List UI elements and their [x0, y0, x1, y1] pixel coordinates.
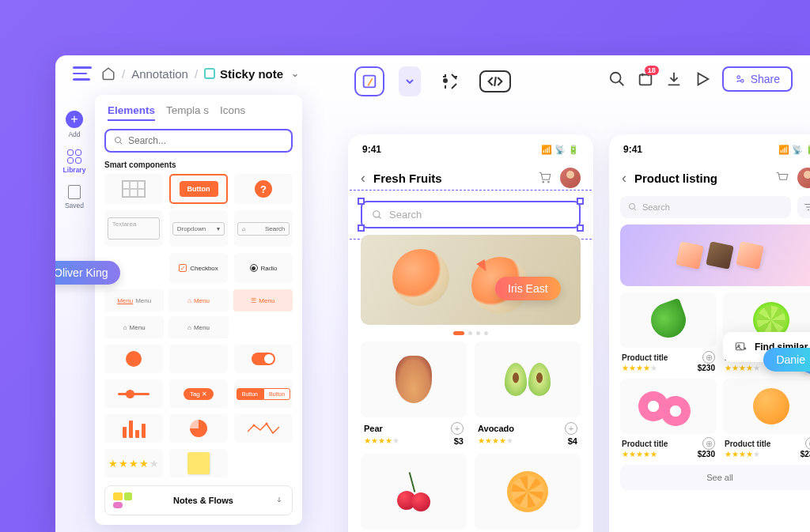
notes-flows-icons: [113, 492, 132, 508]
mockup2-search-input[interactable]: Search: [620, 196, 791, 218]
carousel-dots[interactable]: [348, 331, 593, 335]
tab-icons[interactable]: Icons: [220, 104, 245, 121]
avatar[interactable]: [560, 168, 581, 188]
add-icon[interactable]: ⊕: [805, 437, 810, 450]
frame-tool-button[interactable]: [354, 66, 384, 96]
product-image: [620, 379, 717, 434]
rail-add[interactable]: + Add: [66, 111, 83, 138]
add-to-cart-icon[interactable]: +: [451, 422, 464, 435]
svg-rect-3: [639, 75, 651, 85]
code-tool-button[interactable]: [479, 70, 511, 92]
notes-flows-section[interactable]: Notes & Flows: [104, 485, 293, 515]
comp-menu-3[interactable]: ☰ Menu: [233, 289, 293, 311]
comp-menu-2[interactable]: ⌂ Menu: [168, 289, 228, 311]
tab-templates[interactable]: Templa s: [166, 104, 209, 121]
comp-textarea[interactable]: Textarea: [104, 210, 163, 247]
left-rail: + Add Library Saved: [55, 103, 93, 209]
svg-point-9: [373, 210, 380, 217]
comp-radio[interactable]: Radio: [234, 253, 293, 283]
share-button[interactable]: Share: [722, 66, 793, 92]
comp-rating[interactable]: ★★★★★: [104, 449, 163, 477]
search-icon: [372, 209, 383, 221]
comp-checkbox[interactable]: ✓Checkbox: [169, 253, 228, 283]
product-image: [361, 454, 467, 530]
comp-sticky-note[interactable]: [169, 449, 228, 477]
breadcrumb-item[interactable]: Annotation: [131, 67, 188, 81]
breadcrumb-current[interactable]: Sticky note ⌄: [204, 67, 299, 81]
cart-icon[interactable]: [775, 171, 789, 185]
see-all-button[interactable]: See all: [620, 465, 810, 490]
comp-pie-chart[interactable]: [169, 414, 228, 443]
comp-avatar[interactable]: [104, 345, 163, 373]
image-search-icon: [734, 340, 748, 354]
share-label: Share: [751, 73, 780, 85]
avatar[interactable]: [797, 168, 810, 188]
status-bar: 9:41 📶 📡 🔋: [348, 134, 593, 164]
product-card-cherry[interactable]: [361, 454, 467, 532]
m2-product-card[interactable]: Product title⊕ ★★★★★$230: [620, 292, 717, 372]
back-icon[interactable]: ‹: [361, 170, 365, 187]
download-icon[interactable]: [665, 70, 683, 88]
shape-row-2: Tag ✕ ButtonButton: [104, 379, 293, 408]
autolayout-tool-button[interactable]: [435, 66, 465, 96]
comp-dropdown[interactable]: Dropdown▾: [169, 210, 228, 247]
comp-table[interactable]: [104, 174, 163, 204]
frame-dropdown-button[interactable]: [399, 66, 421, 96]
add-to-cart-icon[interactable]: +: [565, 422, 577, 435]
comp-help[interactable]: ?: [234, 174, 293, 204]
selection-handle[interactable]: [577, 198, 584, 205]
comp-menu-5[interactable]: ⌂ Menu: [168, 316, 228, 338]
plus-icon: +: [66, 111, 83, 128]
comp-button[interactable]: Button: [169, 174, 228, 204]
panel-search[interactable]: [104, 129, 293, 153]
selection-handle[interactable]: [358, 198, 365, 205]
comp-empty[interactable]: [169, 345, 228, 373]
product-price: $230: [698, 450, 715, 458]
hero-banner[interactable]: [620, 224, 810, 286]
product-card-avocado[interactable]: Avocado+ ★★★★★$4: [475, 341, 581, 446]
rail-saved[interactable]: Saved: [65, 185, 84, 209]
comp-tag[interactable]: Tag ✕: [169, 379, 228, 408]
filter-button[interactable]: [797, 196, 810, 218]
comp-toggle[interactable]: [234, 345, 293, 373]
tab-elements[interactable]: Elements: [108, 104, 155, 121]
comp-menu-1[interactable]: Menu Menu: [104, 289, 164, 311]
menu-icon[interactable]: [73, 66, 92, 81]
back-icon[interactable]: ‹: [622, 170, 626, 187]
selection-handle[interactable]: [577, 224, 584, 232]
home-icon[interactable]: [101, 66, 115, 81]
product-card-pear[interactable]: Pear+ ★★★★★$3: [361, 341, 467, 446]
selection-handle[interactable]: [358, 224, 365, 232]
comp-empty-2[interactable]: [234, 449, 293, 477]
comp-slider[interactable]: [104, 379, 163, 408]
notifications-button[interactable]: 18: [637, 70, 654, 88]
comp-bar-chart[interactable]: [104, 414, 163, 443]
comp-button-group[interactable]: ButtonButton: [234, 379, 293, 408]
search-icon[interactable]: [608, 70, 626, 88]
component-grid: Button ? Textarea Dropdown▾ ⌕Search ✓Che…: [104, 174, 293, 283]
mockup-header: ‹ Product listing: [609, 164, 810, 196]
svg-point-8: [266, 423, 268, 425]
comp-menu-4[interactable]: ⌂ Menu: [104, 316, 164, 338]
mockup-fresh-fruits[interactable]: 9:41 📶 📡 🔋 ‹ Fresh Fruits Search: [348, 134, 593, 532]
m2-product-card[interactable]: Product title⊕ ★★★★★$230: [620, 379, 717, 458]
product-price: $3: [454, 436, 464, 446]
shape-row-4: ★★★★★: [104, 449, 293, 477]
panel-search-input[interactable]: [128, 135, 283, 146]
play-icon[interactable]: [694, 70, 711, 88]
toolbar-right: 18 Share: [608, 66, 793, 92]
rail-library-label: Library: [63, 166, 86, 174]
comp-line-chart[interactable]: [234, 414, 293, 443]
product-price: $230: [698, 364, 715, 372]
m2-product-card[interactable]: Product title⊕ ★★★★★$230: [723, 379, 810, 458]
mockup-search-input[interactable]: Search: [361, 201, 581, 228]
cart-icon[interactable]: [538, 171, 552, 185]
product-card-orange[interactable]: [475, 454, 581, 532]
add-icon[interactable]: ⊕: [702, 437, 715, 450]
rail-library[interactable]: Library: [63, 149, 86, 174]
search-icon: [628, 202, 638, 212]
iris-cursor-pointer: [479, 261, 488, 272]
comp-search[interactable]: ⌕Search: [234, 210, 293, 247]
add-icon[interactable]: ⊕: [702, 351, 715, 364]
mockup-product-listing[interactable]: 9:41 📶 📡 🔋 ‹ Product listing Search Find…: [609, 134, 810, 532]
